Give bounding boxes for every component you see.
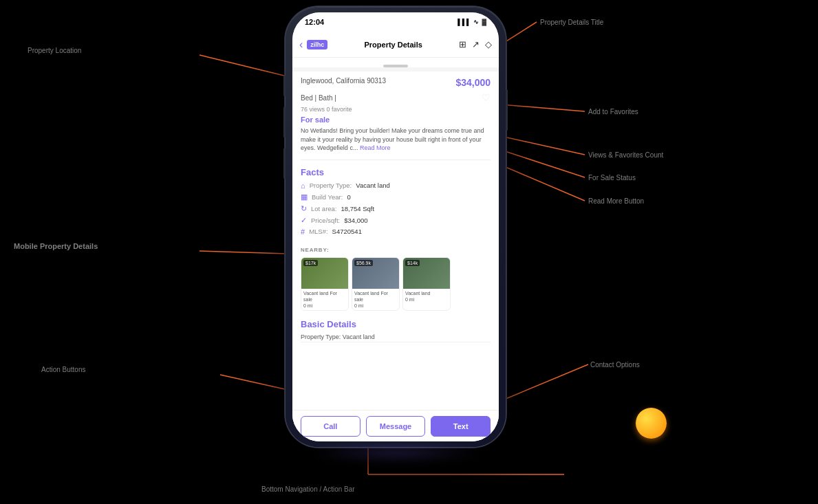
nearby-scroll[interactable]: $17k Vacant land For sale0 mi $56.9k Vac… (301, 257, 491, 311)
svg-text:Property Details Title: Property Details Title (540, 19, 604, 26)
beds-label: Bed | Bath | (301, 94, 336, 102)
nearby-badge-1: $17k (303, 260, 318, 266)
basic-details-title: Basic Details (301, 319, 491, 329)
svg-line-6 (501, 136, 585, 155)
power-button (506, 89, 508, 131)
action-bar: Call Message Text (292, 410, 499, 441)
phone-frame: 12:04 ▌▌▌ ∿ ▓ ‹ zilhc Property Details ⊞… (286, 7, 506, 447)
svg-text:Views & Favorites Count: Views & Favorites Count (588, 151, 664, 159)
beds-baths-row: Bed | Bath | ♡ (292, 91, 499, 105)
nearby-card-2[interactable]: $56.9k Vacant land For sale0 mi (352, 257, 400, 311)
home-icon: ⌂ (301, 182, 305, 190)
fact-row-price-sqft: ✓ Price/sqft: $34,000 (301, 216, 491, 225)
check-icon: ✓ (301, 216, 307, 225)
fact-value-area: 18,754 Sqft (341, 205, 375, 212)
fact-value-mls: S4720541 (332, 228, 362, 235)
fact-value-year: 0 (347, 193, 350, 201)
nearby-info-2: Vacant land For sale0 mi (352, 289, 399, 310)
fact-label-type: Property Type: (310, 182, 352, 189)
svg-text:Mobile Property Details: Mobile Property Details (14, 242, 98, 250)
svg-text:Bottom Navigation / Action Bar: Bottom Navigation / Action Bar (261, 485, 355, 493)
phone-screen: 12:04 ▌▌▌ ∿ ▓ ‹ zilhc Property Details ⊞… (292, 12, 499, 441)
facts-title: Facts (301, 167, 491, 177)
fact-value-type: Vacant land (356, 182, 389, 189)
nearby-image-2: $56.9k (352, 258, 400, 289)
svg-text:Read More Button: Read More Button (588, 197, 644, 205)
facts-section: Facts ⌂ Property Type: Vacant land ▦ Bui… (292, 163, 499, 243)
basic-details-section: Basic Details Property Type: Vacant land (292, 315, 499, 356)
nearby-label: NEARBY: (301, 247, 491, 253)
volume-up-button (283, 107, 286, 138)
status-icons: ▌▌▌ ∿ ▓ (458, 19, 486, 25)
svg-line-12 (501, 165, 585, 201)
battery-icon: ▓ (482, 19, 486, 25)
phone-device: 12:04 ▌▌▌ ∿ ▓ ‹ zilhc Property Details ⊞… (286, 7, 506, 454)
svg-line-26 (501, 364, 588, 401)
svg-line-9 (501, 150, 585, 177)
volume-down-button (283, 148, 286, 179)
nearby-badge-2: $56.9k (354, 260, 373, 266)
share-icon[interactable]: ↗ (472, 39, 480, 50)
fact-row-lot-area: ↻ Lot area: 18,754 Sqft (301, 204, 491, 213)
wifi-icon: ∿ (473, 19, 479, 25)
area-icon: ↻ (301, 204, 307, 213)
fact-row-build-year: ▦ Build Year: 0 (301, 193, 491, 201)
divider-1 (301, 160, 491, 160)
fact-value-price-sqft: $34,000 (344, 217, 367, 224)
drag-handle (383, 65, 408, 67)
hash-icon: # (301, 228, 305, 236)
nearby-image-3: $14k (403, 258, 451, 289)
call-button[interactable]: Call (301, 416, 360, 437)
svg-line-0 (501, 22, 537, 45)
svg-text:For Sale Status: For Sale Status (588, 174, 636, 182)
fact-label-mls: MLS#: (309, 228, 327, 235)
mute-button (283, 76, 286, 96)
coin-decoration (636, 408, 667, 439)
nearby-info-3: Vacant land0 mi (403, 289, 450, 304)
read-more-link[interactable]: Read More (360, 144, 391, 151)
app-logo: zilhc (307, 40, 327, 50)
fact-label-price-sqft: Price/sqft: (311, 217, 340, 224)
views-count: 76 views 0 favorite (292, 105, 499, 114)
svg-text:Property Location: Property Location (28, 47, 81, 54)
nav-title: Property Details (332, 41, 455, 49)
property-price: $34,000 (455, 77, 491, 88)
nearby-card-1[interactable]: $17k Vacant land For sale0 mi (301, 257, 349, 311)
for-sale-badge: For sale (292, 114, 499, 125)
nearby-image-1: $17k (301, 258, 349, 289)
svg-line-3 (501, 105, 585, 111)
status-time: 12:04 (305, 18, 324, 26)
basic-detail-row-1: Property Type: Vacant land (301, 332, 491, 342)
back-button[interactable]: ‹ (299, 39, 303, 51)
nearby-badge-3: $14k (405, 260, 420, 266)
status-bar: 12:04 ▌▌▌ ∿ ▓ (292, 12, 499, 32)
favorite-heart-icon[interactable]: ♡ (482, 92, 491, 103)
signal-icon: ▌▌▌ (458, 19, 471, 25)
phone-shadow (308, 446, 484, 459)
bookmark-icon[interactable]: ◇ (485, 39, 492, 50)
property-description: No Wetlands! Bring your builder! Make yo… (292, 125, 499, 157)
nav-action-icons: ⊞ ↗ ◇ (459, 39, 492, 50)
svg-text:Contact Options: Contact Options (590, 361, 640, 369)
fact-label-year: Build Year: (312, 193, 343, 201)
message-button[interactable]: Message (366, 416, 426, 437)
nearby-section: NEARBY: $17k Vacant land For sale0 mi $5… (292, 243, 499, 315)
screen-content[interactable]: Inglewood, California 90313 $34,000 Bed … (292, 72, 499, 441)
svg-text:Add to Favorites: Add to Favorites (588, 108, 638, 116)
top-navigation: ‹ zilhc Property Details ⊞ ↗ ◇ (292, 32, 499, 58)
fact-label-area: Lot area: (311, 205, 337, 212)
calendar-icon: ▦ (301, 193, 308, 201)
grid-icon[interactable]: ⊞ (459, 39, 466, 50)
property-header: Inglewood, California 90313 $34,000 (292, 72, 499, 91)
fact-row-property-type: ⌂ Property Type: Vacant land (301, 182, 491, 190)
text-button[interactable]: Text (431, 416, 491, 437)
svg-text:Action Buttons: Action Buttons (41, 366, 85, 373)
nearby-info-1: Vacant land For sale0 mi (301, 289, 348, 310)
property-location: Inglewood, California 90313 (301, 77, 386, 85)
nearby-card-3[interactable]: $14k Vacant land0 mi (402, 257, 451, 311)
fact-row-mls: # MLS#: S4720541 (301, 228, 491, 236)
